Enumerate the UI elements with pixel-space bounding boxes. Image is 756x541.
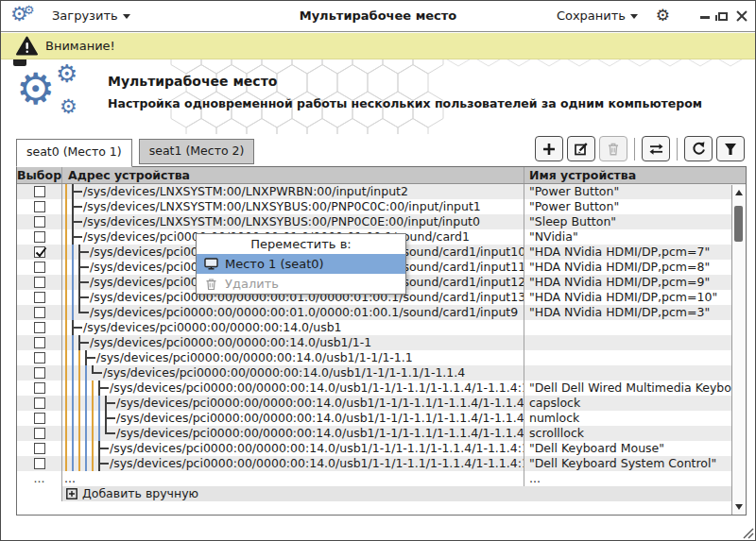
tree-guide-line xyxy=(91,411,97,426)
title-bar: ⚙⚙ Загрузить Мультирабочее место Сохрани… xyxy=(1,1,755,32)
row-select-cell[interactable] xyxy=(17,260,62,275)
row-checkbox[interactable] xyxy=(34,367,45,379)
table-row[interactable]: /sys/devices/pci0000:00/0000:00:01.0/000… xyxy=(17,305,746,320)
table-row[interactable]: /sys/devices/pci0000:00/0000:00:14.0/usb… xyxy=(17,335,746,350)
row-checkbox[interactable] xyxy=(34,246,45,258)
tree-guide-line xyxy=(64,441,71,456)
table-row[interactable]: ......... xyxy=(17,471,746,486)
row-checkbox[interactable] xyxy=(34,443,45,454)
row-select-cell[interactable] xyxy=(17,456,62,471)
row-checkbox[interactable] xyxy=(34,337,45,348)
tree-branch-icon xyxy=(104,396,116,411)
tree-guide-line xyxy=(71,441,77,456)
delete-device-button[interactable] xyxy=(599,136,627,161)
row-select-cell[interactable] xyxy=(17,275,62,290)
swap-seat-button[interactable] xyxy=(642,136,670,161)
row-checkbox[interactable] xyxy=(34,262,45,273)
table-row[interactable]: /sys/devices/pci0000:00/0000:00:14.0/usb… xyxy=(17,320,746,335)
table-row[interactable]: /sys/devices/LNXSYSTM:00/LNXSYBUS:00/PNP… xyxy=(17,214,746,229)
row-select-cell[interactable] xyxy=(17,245,62,260)
minimize-icon[interactable] xyxy=(700,16,710,19)
device-address-text: /sys/devices/pci0000:00/0000:00:14.0/usb… xyxy=(110,441,524,456)
tree-branch-icon xyxy=(77,290,90,305)
tab-seat0[interactable]: seat0 (Место 1) xyxy=(16,139,132,167)
vertical-scrollbar[interactable] xyxy=(731,185,746,515)
undo-button[interactable] xyxy=(684,136,713,161)
load-button[interactable]: Загрузить xyxy=(46,1,136,31)
table-row[interactable]: /sys/devices/pci0000:00/0000:00:14.0/usb… xyxy=(17,411,746,426)
scrollbar-thumb[interactable] xyxy=(734,206,743,242)
row-select-cell[interactable]: ... xyxy=(17,471,62,486)
row-select-cell[interactable] xyxy=(17,396,62,411)
table-row[interactable]: /sys/devices/pci0000:00/0000:00:14.0/usb… xyxy=(17,456,746,471)
row-select-cell[interactable] xyxy=(17,441,62,456)
row-select-cell[interactable] xyxy=(17,184,62,199)
scroll-down-button[interactable] xyxy=(732,500,746,514)
row-select-cell[interactable] xyxy=(17,229,62,245)
row-checkbox[interactable] xyxy=(34,292,45,303)
tree-branch-icon xyxy=(71,320,83,335)
maximize-icon[interactable] xyxy=(718,12,728,21)
settings-gear-icon[interactable]: ⚙ xyxy=(652,1,674,31)
tree-guide-line xyxy=(71,365,77,380)
close-icon[interactable] xyxy=(736,10,747,22)
device-address-text: /sys/devices/pci0000:00/0000:00:14.0/usb… xyxy=(110,456,524,471)
tree-branch-icon xyxy=(91,365,103,380)
save-button[interactable]: Сохранить xyxy=(551,1,644,31)
swap-icon xyxy=(648,142,664,157)
row-checkbox[interactable] xyxy=(34,231,45,243)
row-select-cell[interactable] xyxy=(17,426,62,441)
row-checkbox[interactable] xyxy=(34,428,45,439)
tree-branch-icon xyxy=(77,335,90,350)
row-checkbox[interactable] xyxy=(34,397,45,409)
row-checkbox[interactable] xyxy=(34,352,45,363)
device-address-cell: /sys/devices/pci0000:00/0000:00:14.0/usb… xyxy=(62,411,524,426)
row-checkbox[interactable] xyxy=(34,413,45,424)
resize-grip[interactable] xyxy=(741,526,754,539)
row-select-cell[interactable] xyxy=(17,335,62,350)
device-address-cell: /sys/devices/pci0000:00/0000:00:14.0/usb… xyxy=(62,365,524,380)
row-checkbox[interactable] xyxy=(34,382,45,394)
row-select-cell[interactable] xyxy=(17,380,62,396)
row-select-cell[interactable] xyxy=(17,290,62,305)
add-device-button[interactable] xyxy=(535,136,563,161)
edit-device-button[interactable] xyxy=(567,136,595,161)
scroll-up-button[interactable] xyxy=(732,186,746,199)
row-select-cell[interactable] xyxy=(17,305,62,320)
tree-branch-icon xyxy=(71,199,83,214)
table-row[interactable]: /sys/devices/pci0000:00/0000:00:14.0/usb… xyxy=(17,426,746,441)
row-checkbox[interactable] xyxy=(34,186,45,197)
plus-box-icon xyxy=(66,488,77,499)
row-checkbox[interactable] xyxy=(34,307,45,318)
row-checkbox[interactable] xyxy=(34,277,45,288)
table-row[interactable]: /sys/devices/pci0000:00/0000:00:14.0/usb… xyxy=(17,365,746,380)
tree-guide-line xyxy=(97,396,104,411)
table-row[interactable]: /sys/devices/pci0000:00/0000:00:14.0/usb… xyxy=(17,350,746,365)
device-name-cell: "HDA NVidia HDMI/DP,pcm=9" xyxy=(524,275,746,290)
row-checkbox[interactable] xyxy=(34,201,45,212)
load-button-label: Загрузить xyxy=(52,8,118,23)
row-select-cell[interactable] xyxy=(17,199,62,214)
row-checkbox[interactable] xyxy=(34,216,45,228)
filter-button[interactable] xyxy=(716,136,745,161)
menu-item-delete[interactable]: Удалить xyxy=(197,274,405,294)
row-select-cell[interactable] xyxy=(17,411,62,426)
row-select-cell[interactable] xyxy=(17,320,62,335)
tree-guide-line xyxy=(64,199,71,214)
table-row[interactable]: /sys/devices/pci0000:00/0000:00:14.0/usb… xyxy=(17,380,746,396)
row-select-cell[interactable] xyxy=(17,214,62,229)
device-address-cell: /sys/devices/pci0000:00/0000:00:14.0/usb… xyxy=(62,426,524,441)
row-checkbox[interactable] xyxy=(34,458,45,469)
menu-item-move-to-seat0[interactable]: Место 1 (seat0) xyxy=(197,254,405,274)
table-header-row: Выбор Адрес устройства Имя устройства xyxy=(17,167,746,184)
row-select-cell[interactable] xyxy=(17,365,62,380)
row-select-cell[interactable] xyxy=(17,350,62,365)
table-row[interactable]: /sys/devices/LNXSYSTM:00/LNXSYBUS:00/PNP… xyxy=(17,199,746,214)
add-manual-row[interactable]: Добавить вручную xyxy=(17,486,746,501)
tree-guide-line xyxy=(84,411,91,426)
table-row[interactable]: /sys/devices/pci0000:00/0000:00:14.0/usb… xyxy=(17,441,746,456)
row-checkbox[interactable] xyxy=(34,322,45,333)
table-row[interactable]: /sys/devices/LNXSYSTM:00/LNXPWRBN:00/inp… xyxy=(17,184,746,199)
tab-seat1[interactable]: seat1 (Место 2) xyxy=(139,139,255,164)
table-row[interactable]: /sys/devices/pci0000:00/0000:00:14.0/usb… xyxy=(17,396,746,411)
